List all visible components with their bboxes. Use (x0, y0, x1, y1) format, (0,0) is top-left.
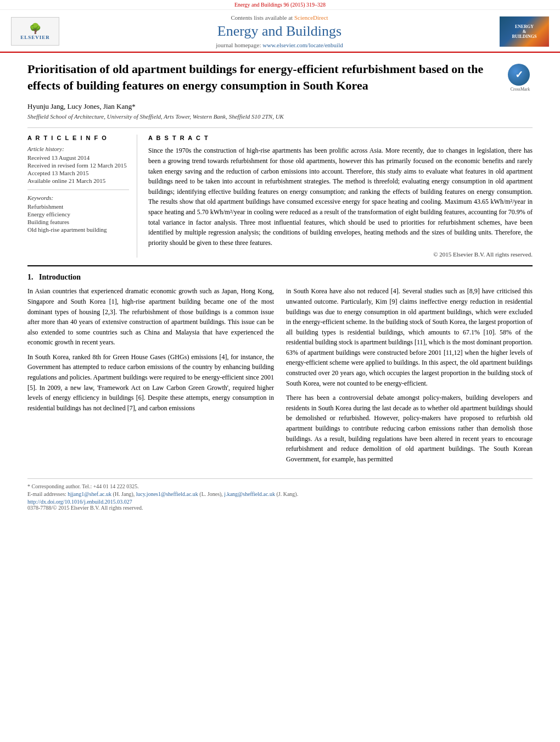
article-history-block: Article history: Received 13 August 2014… (27, 146, 129, 184)
accepted-date: Accepted 13 March 2015 (27, 170, 129, 176)
article-info-label: A R T I C L E I N F O (27, 135, 129, 141)
email3-link[interactable]: j.kang@sheffield.ac.uk (224, 491, 275, 497)
history-label: Article history: (27, 146, 129, 152)
keywords-label: Keywords: (27, 194, 129, 201)
article-footer: * Corresponding author. Tel.: +44 01 14 … (27, 478, 533, 511)
elsevier-logo: 🌳 ELSEVIER (11, 17, 59, 46)
sciencedirect-link[interactable]: ScienceDirect (294, 14, 328, 21)
article-info-abstract: A R T I C L E I N F O Article history: R… (27, 127, 533, 258)
abstract-text: Since the 1970s the construction of high… (148, 146, 533, 248)
copyright: © 2015 Elsevier B.V. All rights reserved… (148, 251, 533, 258)
article-content: Prioritisation of old apartment building… (0, 53, 560, 521)
journal-header: 🌳 ELSEVIER Contents lists available at S… (0, 10, 560, 53)
sciencedirect-label: Contents lists available at (231, 14, 294, 21)
email-label: E-mail addresses: (27, 491, 68, 497)
body-section: 1. Introduction In Asian countries that … (27, 265, 533, 468)
header-center: Contents lists available at ScienceDirec… (59, 14, 500, 48)
email1-person: (H. Jang), (113, 491, 136, 497)
section1-title: Introduction (39, 273, 81, 281)
email1-link[interactable]: hjjang1@shef.ac.uk (68, 491, 111, 497)
footnote-star-text: * Corresponding author. Tel.: +44 01 14 … (27, 483, 139, 489)
footer-emails: E-mail addresses: hjjang1@shef.ac.uk (H.… (27, 491, 533, 497)
affiliation: Sheffield School of Architecture, Univer… (27, 113, 533, 120)
footnote-star: * Corresponding author. Tel.: +44 01 14 … (27, 483, 533, 489)
revised-date: Received in revised form 12 March 2015 (27, 162, 129, 169)
email3-person: (J. Kang). (276, 491, 298, 497)
body-para-3: in South Korea have also not reduced [4]… (286, 286, 533, 388)
homepage-line: journal homepage: www.elsevier.com/locat… (70, 42, 489, 48)
body-right: in South Korea have also not reduced [4]… (286, 286, 533, 468)
journal-title: Energy and Buildings (70, 23, 489, 40)
elsevier-text: ELSEVIER (20, 35, 50, 40)
body-para-4: There has been a controversial debate am… (286, 393, 533, 464)
keyword-3: Building features (27, 219, 129, 225)
online-date: Available online 21 March 2015 (27, 177, 129, 184)
received-date: Received 13 August 2014 (27, 154, 129, 161)
article-info-col: A R T I C L E I N F O Article history: R… (27, 135, 137, 258)
divider (27, 189, 129, 190)
homepage-label: journal homepage: (216, 42, 262, 48)
authors: Hyunju Jang, Lucy Jones, Jian Kang* (27, 102, 533, 111)
section1-heading: 1. Introduction (27, 273, 533, 282)
keywords-block: Keywords: Refurbishment Energy efficienc… (27, 194, 129, 233)
keyword-4: Old high-rise apartment building (27, 226, 129, 233)
body-left: In Asian countries that experienced dram… (27, 286, 274, 468)
footer-doi-link[interactable]: http://dx.doi.org/10.1016/j.enbuild.2015… (27, 499, 533, 505)
homepage-link[interactable]: www.elsevier.com/locate/enbuild (262, 42, 343, 48)
journal-logo-box: ENERGY&BUILDINGS (500, 16, 549, 47)
crossmark-icon: ✓ (508, 64, 530, 86)
page: Energy and Buildings 96 (2015) 319–328 🌳… (0, 0, 560, 521)
abstract-col: A B S T R A C T Since the 1970s the cons… (148, 135, 533, 258)
footer-issn: 0378-7788/© 2015 Elsevier B.V. All right… (27, 505, 533, 511)
email2-link[interactable]: lucy.jones1@sheffield.ac.uk (136, 491, 198, 497)
body-two-col: In Asian countries that experienced dram… (27, 286, 533, 468)
title-section: Prioritisation of old apartment building… (27, 61, 533, 98)
sciencedirect-line: Contents lists available at ScienceDirec… (70, 14, 489, 21)
elsevier-tree-icon: 🌳 (29, 23, 41, 35)
keyword-1: Refurbishment (27, 203, 129, 210)
abstract-paragraph: Since the 1970s the construction of high… (148, 146, 533, 248)
email2-person: (L. Jones), (199, 491, 224, 497)
authors-text: Hyunju Jang, Lucy Jones, Jian Kang* (27, 102, 136, 110)
section1-number: 1. (27, 273, 33, 281)
doi-bar: Energy and Buildings 96 (2015) 319–328 (0, 0, 560, 10)
body-para-1: In Asian countries that experienced dram… (27, 286, 274, 348)
keyword-2: Energy efficiency (27, 211, 129, 217)
crossmark-label: CrossMark (508, 87, 533, 92)
doi-text: Energy and Buildings 96 (2015) 319–328 (234, 2, 326, 8)
abstract-label: A B S T R A C T (148, 135, 533, 141)
body-para-2: In South Korea, ranked 8th for Green Hou… (27, 352, 274, 414)
crossmark[interactable]: ✓ CrossMark (508, 64, 533, 88)
article-title: Prioritisation of old apartment building… (27, 61, 497, 93)
